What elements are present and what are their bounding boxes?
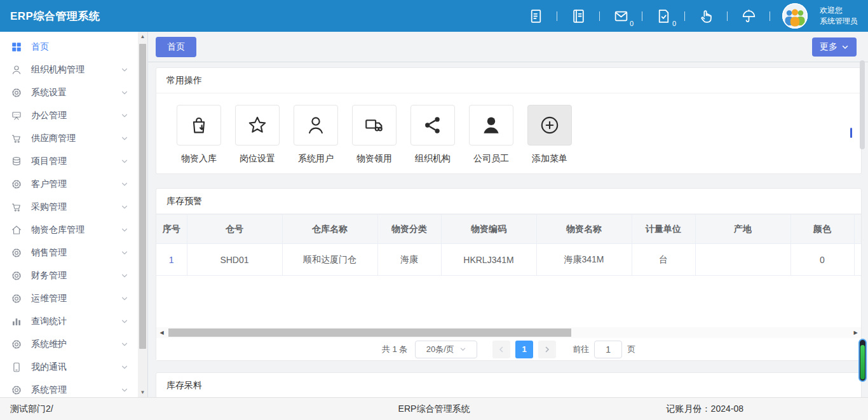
sidebar-item-project-management[interactable]: 项目管理	[0, 150, 138, 173]
table-row[interactable]: 1SHD01顺和达厦门仓海康HKRLJ341M海康341M台0	[156, 244, 861, 276]
user-filled-icon	[469, 105, 513, 146]
chevron-down-icon	[120, 271, 129, 280]
sidebar-item-system-admin[interactable]: 系统管理	[0, 379, 138, 397]
sidebar-item-home[interactable]: 首页	[0, 36, 138, 58]
db-icon	[11, 156, 22, 167]
table-cell: HKRLJ341M	[441, 244, 536, 276]
scroll-right-arrow-icon[interactable]: ▶	[850, 327, 861, 338]
sidebar-item-warehouse-management[interactable]: 物资仓库管理	[0, 219, 138, 241]
page-scrollbar[interactable]	[858, 339, 867, 382]
sidebar-item-label: 运维管理	[31, 293, 120, 304]
sidebar-item-sales-management[interactable]: 销售管理	[0, 241, 138, 264]
sidebar-item-label: 物资仓库管理	[31, 224, 120, 236]
avatar[interactable]	[782, 3, 808, 29]
page-scrollbar-thumb[interactable]	[860, 345, 865, 379]
separator	[684, 11, 685, 21]
scroll-down-arrow-icon[interactable]: ▼	[138, 388, 147, 397]
separator	[599, 11, 600, 21]
table-cell	[854, 244, 861, 276]
pagination-total: 共 1 条	[382, 344, 407, 355]
inventory-warning-card: 库存预警 序号仓号仓库名称物资分类物资编码物资名称计量单位产地颜色1SHD01顺…	[156, 188, 862, 361]
sidebar-item-supplier-management[interactable]: 供应商管理	[0, 127, 138, 150]
table-cell: 1	[156, 244, 187, 276]
dead-stock-card: 库存呆料	[156, 372, 862, 397]
sidebar-scrollbar-thumb[interactable]	[139, 44, 146, 349]
sidebar-item-label: 办公管理	[31, 110, 120, 121]
table-cell: 海康341M	[536, 244, 632, 276]
sidebar-item-ops-management[interactable]: 运维管理	[0, 287, 138, 310]
separator	[642, 11, 642, 21]
more-button[interactable]: 更多	[812, 37, 857, 57]
notebook-icon[interactable]	[569, 7, 587, 25]
next-page-button[interactable]	[538, 341, 556, 358]
column-header: 仓号	[187, 215, 282, 244]
sidebar-item-label: 系统管理	[31, 384, 120, 396]
erp-app: ERP综合管理系统 00欢迎您系统管理员 首页组织机构管理系统设置办公管理供应商…	[0, 0, 868, 420]
table-cell	[695, 244, 790, 276]
sidebar-item-org-management[interactable]: 组织机构管理	[0, 58, 138, 81]
column-header: 产地	[695, 215, 790, 244]
table-cell: 0	[790, 244, 854, 276]
goto-page-input[interactable]	[594, 341, 622, 358]
page-size-select[interactable]: 20条/页	[415, 341, 477, 358]
sidebar-item-label: 客户管理	[31, 179, 120, 190]
sidebar-item-system-settings[interactable]: 系统设置	[0, 81, 138, 104]
document-icon[interactable]	[527, 7, 545, 25]
doc-check-icon[interactable]: 0	[654, 7, 672, 25]
prev-page-button[interactable]	[492, 341, 510, 358]
shortcuts-scroll-indicator	[850, 128, 852, 138]
shortcut-material-inbound[interactable]: 物资入库	[177, 105, 221, 165]
chevron-down-icon	[120, 340, 129, 349]
shortcut-system-users[interactable]: 系统用户	[294, 105, 338, 165]
table-hscroll-track[interactable]	[167, 327, 850, 338]
sidebar-item-customer-management[interactable]: 客户管理	[0, 173, 138, 196]
badge-count: 0	[630, 20, 634, 27]
sidebar-scrollbar-track[interactable]	[138, 41, 147, 388]
chevron-left-icon	[498, 346, 505, 353]
sidebar-item-label: 首页	[31, 41, 129, 53]
shortcut-company-staff[interactable]: 公司员工	[469, 105, 513, 165]
sidebar-item-system-maintenance[interactable]: 系统维护	[0, 333, 138, 356]
sidebar-item-query-statistics[interactable]: 查询统计	[0, 310, 138, 333]
sidebar-item-my-contacts[interactable]: 我的通讯	[0, 356, 138, 379]
scroll-left-arrow-icon[interactable]: ◀	[156, 327, 167, 338]
chevron-down-icon	[120, 248, 129, 257]
chevron-down-icon	[120, 180, 129, 189]
shortcuts-row: 物资入库岗位设置系统用户物资领用组织机构公司员工添加菜单	[156, 93, 861, 173]
table-cell: SHD01	[187, 244, 282, 276]
shortcut-material-issue[interactable]: 物资领用	[352, 105, 397, 165]
chevron-down-icon	[120, 294, 129, 303]
sidebar-scrollbar[interactable]: ▲ ▼	[138, 32, 147, 397]
scroll-up-arrow-icon[interactable]: ▲	[138, 32, 147, 41]
sidebar-item-label: 财务管理	[31, 270, 120, 281]
umbrella-icon[interactable]	[740, 7, 757, 25]
cart-icon	[11, 201, 22, 213]
gear-icon	[11, 247, 22, 259]
gear-icon	[11, 179, 22, 190]
chevron-down-icon	[120, 386, 129, 395]
chevron-down-icon	[459, 346, 466, 353]
page-number-button[interactable]: 1	[515, 341, 533, 358]
sidebar-item-label: 项目管理	[31, 156, 120, 167]
sidebar-item-finance-management[interactable]: 财务管理	[0, 264, 138, 287]
tab-home[interactable]: 首页	[156, 37, 196, 57]
gear-icon	[11, 270, 22, 281]
sidebar-item-office-management[interactable]: 办公管理	[0, 104, 138, 127]
hand-pointer-icon[interactable]	[697, 7, 715, 25]
main-area: 首页 更多 常用操作 物资入库岗位设置系统用户物资领用组织机构公司员工添加菜单 …	[148, 32, 868, 397]
main-scrollbar-thumb[interactable]	[860, 60, 865, 149]
chevron-down-icon	[841, 43, 849, 51]
footer-department: 测试部门2/	[10, 403, 53, 415]
table-cell: 台	[632, 244, 695, 276]
goto-page-group: 前往 页	[573, 341, 635, 358]
sidebar-item-purchase-management[interactable]: 采购管理	[0, 196, 138, 219]
pagination: 共 1 条 20条/页 1 前往	[156, 338, 861, 360]
table-hscroll-thumb[interactable]	[168, 329, 571, 337]
shortcut-add-menu[interactable]: 添加菜单	[527, 105, 572, 165]
shortcut-org-structure[interactable]: 组织机构	[410, 105, 455, 165]
sidebar: 首页组织机构管理系统设置办公管理供应商管理项目管理客户管理采购管理物资仓库管理销…	[0, 32, 148, 397]
mail-icon[interactable]: 0	[612, 7, 630, 25]
table-horizontal-scrollbar[interactable]: ◀ ▶	[156, 327, 861, 338]
bag-arrow-down-icon	[177, 105, 221, 146]
shortcut-position-setup[interactable]: 岗位设置	[235, 105, 280, 165]
